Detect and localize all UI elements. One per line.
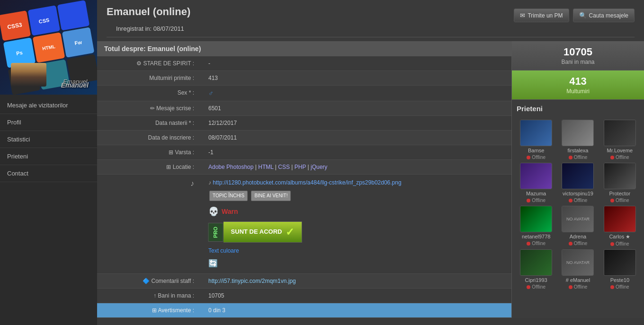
friend-status-2: Offline — [616, 155, 629, 160]
profile-header: Emanuel (online) Inregistrat in: 08/07/2… — [97, 0, 644, 41]
multumiri-stat-label: Multumiri — [566, 88, 590, 95]
friends-grid: BamseOfflinefirstalexaOfflineMr.LovemeOf… — [517, 120, 639, 290]
sidebar-item-profil[interactable]: Profil — [0, 114, 97, 131]
friend-name-8: Carlos ★ — [609, 234, 630, 240]
friend-name-10: # eManuel — [566, 277, 590, 283]
table-row-avertismente: ⊞ Avertismente : 0 din 3 — [97, 303, 511, 317]
locatie-photoshop[interactable]: Adobe Photoshop — [208, 164, 253, 170]
friend-status-11: Offline — [616, 284, 629, 290]
send-pm-button[interactable]: ✉ Trimite un PM — [514, 9, 569, 22]
section-title: Totul despre: Emanuel (online) — [97, 41, 511, 56]
text-culoare-section: Text culoare — [208, 246, 504, 255]
refresh-icon: 🔄 — [208, 259, 218, 267]
gender-icon: ♂ — [208, 89, 214, 97]
sidebar: CSS3 CSS Ps HTML Fw Emanuel Emanuel — [0, 0, 97, 325]
sex-value: ♂ — [201, 86, 511, 101]
table-row-inscriere: Data de inscriere : 08/07/2011 — [97, 131, 511, 145]
avertismente-value: 0 din 3 — [201, 303, 511, 317]
staff-link[interactable]: http://i57.tinypic.com/2mqm1vn.jpg — [208, 278, 296, 284]
messages-button-label: Cauta mesajele — [589, 12, 628, 19]
staff-value: http://i57.tinypic.com/2mqm1vn.jpg — [201, 273, 511, 288]
friend-status-3: Offline — [532, 198, 546, 203]
bio-line1: ♪ http://i1280.photobucket.com/albums/a4… — [208, 178, 504, 187]
friend-name-4: victorspinu19 — [563, 191, 593, 196]
friend-item-10[interactable]: NO AVATAR# eManuelOffline — [558, 249, 597, 290]
tile-empty1 — [57, 0, 89, 30]
table-row-nastere: Data nasterii * : 12/12/2017 — [97, 116, 511, 131]
table-row-mesaje: ✏ Mesaje scrise : 6501 — [97, 101, 511, 116]
search-messages-button[interactable]: 🔍 Cauta mesajele — [573, 9, 635, 22]
friend-item-6[interactable]: netanel9778Offline — [517, 206, 555, 246]
bani-value: 10705 — [201, 288, 511, 303]
multumiri-stat-number: 413 — [517, 75, 639, 88]
bio-buttons: TOPIC ÎNCHIS BINE AI VENIT! — [208, 190, 504, 202]
header-buttons: ✉ Trimite un PM 🔍 Cauta mesajele — [514, 9, 635, 22]
sidebar-item-statistici[interactable]: Statistici — [0, 131, 97, 148]
tile-html: HTML — [32, 32, 65, 63]
right-panel: 10705 Bani in mana 413 Multumiri Prieten… — [511, 41, 644, 318]
profile-table-container: Totul despre: Emanuel (online) ⚙ STARE D… — [97, 41, 511, 318]
friend-status-5: Offline — [616, 198, 629, 203]
topic-inchis-badge: TOPIC ÎNCHIS — [209, 191, 248, 201]
bani-stat-label: Bani in mana — [561, 59, 594, 65]
friend-name-6: netanel9778 — [522, 234, 551, 239]
friend-status-0: Offline — [532, 155, 546, 160]
friend-item-5[interactable]: ProtectorOffline — [600, 163, 639, 203]
friend-name-5: Protector — [609, 191, 631, 196]
music-note-icon: ♪ — [190, 179, 194, 187]
friend-name-2: Mr.Loveme — [607, 148, 633, 153]
friend-item-4[interactable]: victorspinu19Offline — [558, 163, 597, 203]
multumiri-label: Multumiri primite : — [97, 71, 201, 86]
checkmark-icon: ✓ — [286, 224, 294, 240]
bine-ai-venit-badge: BINE AI VENIT! — [251, 191, 291, 201]
friends-title: Prieteni — [517, 105, 639, 115]
bani-stat-box: 10705 Bani in mana — [512, 41, 644, 70]
friend-item-0[interactable]: BamseOffline — [517, 120, 555, 160]
table-row-locatie: ⊞ Locatie : Adobe Photoshop | HTML | CSS… — [97, 160, 511, 175]
friend-status-8: Offline — [616, 241, 629, 246]
friend-item-11[interactable]: Peste10Offline — [600, 249, 639, 290]
friend-name-11: Peste10 — [610, 277, 629, 283]
warn-section: 💀 Warn — [208, 205, 504, 219]
tile-fw: Fw — [62, 27, 94, 58]
avertismente-label: ⊞ Avertismente : — [97, 303, 201, 317]
friend-item-1[interactable]: firstalexaOffline — [558, 120, 597, 160]
locatie-css[interactable]: CSS — [278, 164, 290, 170]
locatie-jquery[interactable]: jQuery — [311, 164, 327, 170]
friend-name-0: Bamse — [528, 148, 544, 153]
sidebar-navigation: Mesaje ale vizitatorilor Profil Statisti… — [0, 97, 97, 182]
friend-item-2[interactable]: Mr.LovemeOffline — [600, 120, 639, 160]
sidebar-item-contact[interactable]: Contact — [0, 165, 97, 182]
friend-status-6: Offline — [532, 241, 546, 246]
friend-item-9[interactable]: Cipri1993Offline — [517, 249, 555, 290]
bio-label: ♪ — [97, 175, 201, 274]
tile-css3: CSS3 — [0, 10, 31, 41]
registered-date: 08/07/2011 — [153, 25, 184, 32]
friend-status-1: Offline — [574, 155, 588, 160]
locatie-html[interactable]: HTML — [258, 164, 273, 170]
locatie-value: Adobe Photoshop | HTML | CSS | PHP | jQu… — [201, 160, 511, 175]
warn-label: Warn — [222, 206, 238, 217]
search-icon: 🔍 — [579, 12, 587, 19]
inscriere-label: Data de inscriere : — [97, 131, 201, 145]
friend-status-4: Offline — [574, 198, 588, 203]
pro-badge: PRO — [208, 223, 224, 242]
locatie-label: ⊞ Locatie : — [97, 160, 201, 175]
locatie-php[interactable]: PHP — [295, 164, 306, 170]
friend-item-8[interactable]: Carlos ★Offline — [600, 206, 639, 246]
bio-link-img[interactable]: http://i1280.photobucket.com/albums/a484… — [213, 179, 401, 186]
multumiri-stat-box: 413 Multumiri — [512, 70, 644, 100]
sidebar-item-vizitatori[interactable]: Mesaje ale vizitatorilor — [0, 97, 97, 114]
friend-item-7[interactable]: NO AVATARAdrenaOffline — [558, 206, 597, 246]
table-row-staff: 🔷 Comentarii staff : http://i57.tinypic.… — [97, 273, 511, 288]
stare-label: ⚙ STARE DE SPIRIT : — [97, 56, 201, 71]
sidebar-username-label: Emanuel — [61, 81, 89, 89]
stare-value: - — [201, 56, 511, 71]
tile-css: CSS — [27, 5, 60, 36]
varsta-label: ⊞ Varsta : — [97, 145, 201, 160]
friend-item-3[interactable]: MazumaOffline — [517, 163, 555, 203]
sidebar-item-prieteni[interactable]: Prieteni — [0, 148, 97, 165]
table-row-stare: ⚙ STARE DE SPIRIT : - — [97, 56, 511, 71]
table-row-bio: ♪ ♪ http://i1280.photobucket.com/albums/… — [97, 175, 511, 274]
bani-label: ↑ Bani in mana : — [97, 288, 201, 303]
